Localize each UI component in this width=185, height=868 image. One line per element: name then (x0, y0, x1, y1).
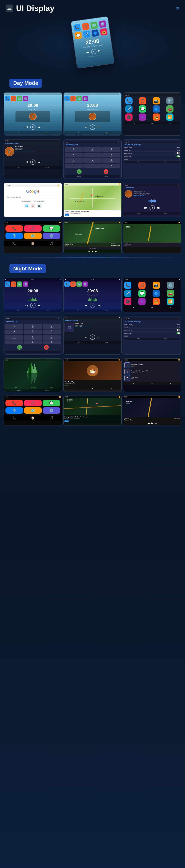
app-wifi[interactable]: 📶 (166, 114, 174, 121)
night-key-star[interactable]: * (5, 340, 23, 344)
night-music-2-icon[interactable]: 🎵 (71, 281, 76, 287)
cp-dock-music[interactable]: 🎵 (50, 242, 53, 245)
app-photo[interactable]: 📷 (153, 97, 160, 104)
mini-music-icon[interactable]: 🎵 (11, 96, 16, 101)
play-1[interactable]: ⏸ (30, 124, 35, 130)
key-1[interactable]: 1 (65, 147, 83, 152)
night-nav-prev[interactable]: ⏮ (133, 382, 134, 384)
night-chat-app[interactable]: 💬 (138, 290, 146, 297)
google-search-btn[interactable]: Google Search (21, 200, 32, 202)
bottom-item-email[interactable]: ✉ EMAIL (17, 132, 21, 134)
night-music-1-icon[interactable]: 🎵 (11, 281, 16, 287)
night-play-2[interactable]: ⏸ (90, 303, 95, 308)
call-button[interactable]: 📞 (77, 169, 82, 174)
prev-2[interactable]: ⏮ (85, 125, 87, 129)
bbar-recent[interactable]: ▣ (169, 122, 171, 124)
app-music-main[interactable]: 🎵 (139, 97, 146, 104)
cp-next-btn[interactable]: ⏭ (129, 245, 130, 247)
night-next-1[interactable]: ⏭ (38, 304, 41, 307)
app-radio[interactable]: 📻 (153, 114, 160, 121)
night-key-4[interactable]: 4GHI (5, 330, 23, 334)
app-icon-bt[interactable]: 🔷 (91, 29, 99, 37)
app-phone[interactable]: 📞 (125, 97, 133, 104)
night-key-0[interactable]: 0 (24, 340, 42, 344)
app-icon-map[interactable]: 🗺️ (90, 22, 98, 29)
google-screen-cell[interactable]: 10:08 📶 Google 🔍 Search or type URL Goog… (4, 183, 62, 217)
local-music-screen-cell[interactable]: 11:44 ▶ LocalMusic 华夏古韵_对联.mp3 华夏古韵_对联_更… (123, 183, 181, 217)
night-key-7[interactable]: 7PQRS (5, 335, 23, 340)
night-phone-app[interactable]: 📞 (124, 282, 131, 289)
app-bt[interactable]: 🔷 (153, 105, 160, 113)
nav-map-full-cell[interactable]: 08:03 📶 Songque Rd Main Blvd 18:19 ETA 5… (63, 221, 122, 253)
night-cp-dock-music[interactable]: 🎵 (50, 416, 53, 420)
app-telegram[interactable]: ✈️ (125, 105, 133, 113)
night-key-2[interactable]: 2ABC (24, 324, 42, 329)
night-bt-next[interactable]: ⏭ (98, 335, 100, 339)
music-icon-2[interactable]: 🎵 (71, 96, 76, 101)
google-search-bar[interactable]: 🔍 Search or type URL (5, 196, 60, 199)
night-key-6[interactable]: 6MNO (43, 330, 60, 334)
night-food-cell[interactable]: 10:08 📶 🍜 Rice Bowl Special Traditional … (63, 359, 122, 392)
bt-next[interactable]: ⏭ (38, 160, 41, 164)
play-2[interactable]: ⏸ (90, 124, 95, 130)
mini-phone-icon[interactable]: 📞 (5, 96, 10, 101)
night-carplay-home-cell[interactable]: 18:44 📶 📞 🎵 💬 🎙️ 🗺️ ⚙️ 📞 🏠 🎵 (4, 396, 62, 426)
night-app-settings[interactable]: ⚙️ (167, 282, 174, 289)
night-go-btn[interactable]: GO (64, 420, 69, 422)
end-call-button[interactable]: 📵 (104, 169, 108, 174)
carplay-nav-cell[interactable]: 08:03 📶 18:19 ETA 5.0 mi Not Playing ⏮ ▶… (123, 221, 181, 253)
night-settings-1[interactable]: ⚙️ (23, 281, 28, 287)
photo-app-icon[interactable]: 📷 (153, 97, 160, 104)
night-settings-app[interactable]: ⚙️ (167, 282, 174, 289)
night-bt-prev[interactable]: ⏮ (85, 335, 87, 339)
cp-msg-icon[interactable]: 💬 (43, 225, 60, 232)
night-map-2[interactable]: 🗺️ (76, 281, 82, 287)
night-map-1[interactable]: 🗺️ (17, 281, 22, 287)
night-key-9[interactable]: 9WXYZ (43, 335, 60, 340)
night-call-button[interactable]: 📞 (17, 345, 22, 350)
night-wifi-app[interactable]: 📶 (167, 298, 174, 305)
google-lucky-btn[interactable]: I'm Feeling Lucky (33, 200, 45, 202)
night-key-8[interactable]: 8TUV (24, 335, 42, 340)
night-key-3[interactable]: 3DEF (43, 324, 60, 329)
next-2[interactable]: ⏭ (98, 125, 100, 129)
cp-play-btn[interactable]: ▶ (127, 245, 127, 247)
lm-prev[interactable]: ⏮ (144, 206, 147, 210)
phone-app-icon[interactable]: 📞 (125, 97, 133, 104)
camera-app-icon[interactable]: 🎥 (125, 114, 133, 121)
prev-button[interactable]: ⏮ (86, 51, 89, 54)
night-cp-dock-home[interactable]: 🏠 (31, 416, 35, 420)
night-cp-music[interactable]: 🎵 (24, 400, 42, 406)
settings-icon-2[interactable]: ⚙️ (82, 96, 88, 101)
key-2[interactable]: 2ABC (83, 147, 101, 152)
night-nav-cell[interactable]: 08:03 📶 ↑ Continue straight 0.8 mi ↰ Tur… (123, 359, 181, 392)
cp-podcast-icon[interactable]: 🎙️ (5, 232, 23, 239)
next-1[interactable]: ⏭ (38, 125, 41, 129)
night-cp-more[interactable]: ⚙️ (43, 407, 60, 414)
night-auto-answer-toggle[interactable] (177, 329, 180, 331)
wifi-app-icon[interactable]: 📶 (166, 114, 174, 121)
night-apps-home-cell[interactable]: 11:44 ▶ 📞 🎵 📷 ⚙️ ✈️ (123, 278, 181, 312)
cp-dock-phone[interactable]: 📞 (12, 242, 16, 245)
bt-app-icon[interactable]: 🔷 (153, 105, 160, 113)
bbar-email-2[interactable]: ✉EMAIL (77, 132, 80, 134)
night-cp-podcast[interactable]: 🎙️ (5, 407, 23, 414)
night-app-photo[interactable]: 📷 (153, 282, 160, 289)
app-settings-main[interactable]: ⚙️ (166, 97, 174, 104)
night-bt-app[interactable]: 🔷 (153, 290, 160, 297)
nav-next[interactable]: ⏭ (95, 250, 97, 253)
night-app-video[interactable]: 🎥 (124, 298, 131, 305)
telegram-app-icon[interactable]: ✈️ (125, 105, 133, 113)
settings-app-icon[interactable]: ⚙️ (166, 97, 174, 104)
go-button[interactable]: GO (65, 214, 69, 216)
music-app-icon[interactable]: 🎵 (139, 97, 146, 104)
app-icon-music[interactable]: 🎵 (82, 23, 89, 30)
app-camera[interactable]: 🎥 (125, 114, 133, 121)
bt-music-screen-day[interactable]: 11:44 ▶ Bluetooth_Music 🎵 Music Title Mu… (4, 139, 62, 179)
chat-app-icon[interactable]: 💬 (139, 105, 146, 113)
cp-phone-icon[interactable]: 📞 (5, 225, 23, 232)
next-button[interactable]: ⏭ (98, 49, 101, 53)
bbar-home[interactable]: ⬤ (151, 122, 153, 124)
night-app-music[interactable]: 🎵 (138, 282, 146, 289)
night-prev-1[interactable]: ⏮ (25, 304, 28, 307)
